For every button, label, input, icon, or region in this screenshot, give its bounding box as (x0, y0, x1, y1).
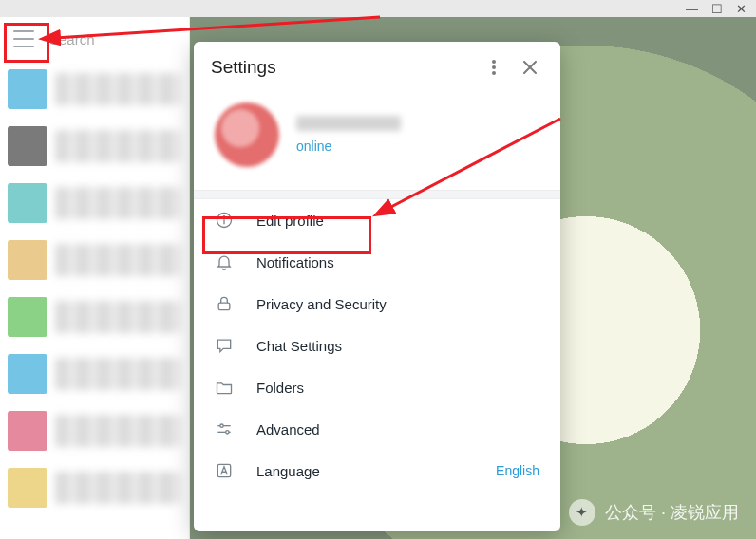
close-icon (523, 61, 537, 74)
menu-item-label: Folders (256, 380, 539, 396)
menu-item-label: Privacy and Security (256, 296, 539, 312)
wechat-icon: ✦ (569, 499, 595, 526)
menu-item-value: English (496, 463, 539, 478)
svg-point-10 (220, 424, 223, 427)
menu-item-label: Notifications (256, 254, 539, 270)
svg-point-4 (492, 71, 496, 75)
sliders-icon (215, 419, 234, 438)
menu-item-language[interactable]: Language English (194, 450, 560, 492)
chat-icon (215, 336, 234, 355)
kebab-icon (492, 60, 496, 75)
svg-point-2 (492, 60, 496, 64)
annotation-arrow (370, 114, 570, 228)
svg-line-1 (387, 119, 560, 209)
svg-point-3 (492, 65, 496, 69)
menu-item-label: Chat Settings (256, 338, 539, 354)
menu-item-advanced[interactable]: Advanced (194, 408, 560, 450)
language-icon (215, 461, 234, 480)
close-window-button[interactable]: ✕ (736, 3, 747, 15)
svg-point-12 (226, 431, 229, 434)
lock-icon (215, 294, 234, 313)
menu-item-label: Advanced (256, 421, 539, 437)
maximize-button[interactable]: ☐ (711, 3, 723, 15)
watermark: ✦ 公众号 · 凌锐应用 (569, 499, 739, 526)
menu-item-chat-settings[interactable]: Chat Settings (194, 325, 560, 366)
watermark-text: 公众号 · 凌锐应用 (605, 501, 739, 524)
bell-icon (215, 252, 234, 271)
annotation-highlight-edit-profile (202, 216, 371, 254)
avatar[interactable] (215, 102, 279, 167)
svg-rect-8 (218, 303, 230, 310)
minimize-button[interactable]: ― (686, 3, 698, 15)
settings-title: Settings (211, 57, 471, 78)
close-settings-button[interactable] (517, 54, 543, 81)
svg-line-0 (55, 17, 380, 38)
more-options-button[interactable] (481, 54, 507, 81)
menu-item-folders[interactable]: Folders (194, 366, 560, 408)
folder-icon (215, 378, 234, 397)
menu-item-privacy-security[interactable]: Privacy and Security (194, 283, 560, 325)
settings-header: Settings (194, 42, 560, 93)
menu-item-label: Language (256, 463, 473, 479)
